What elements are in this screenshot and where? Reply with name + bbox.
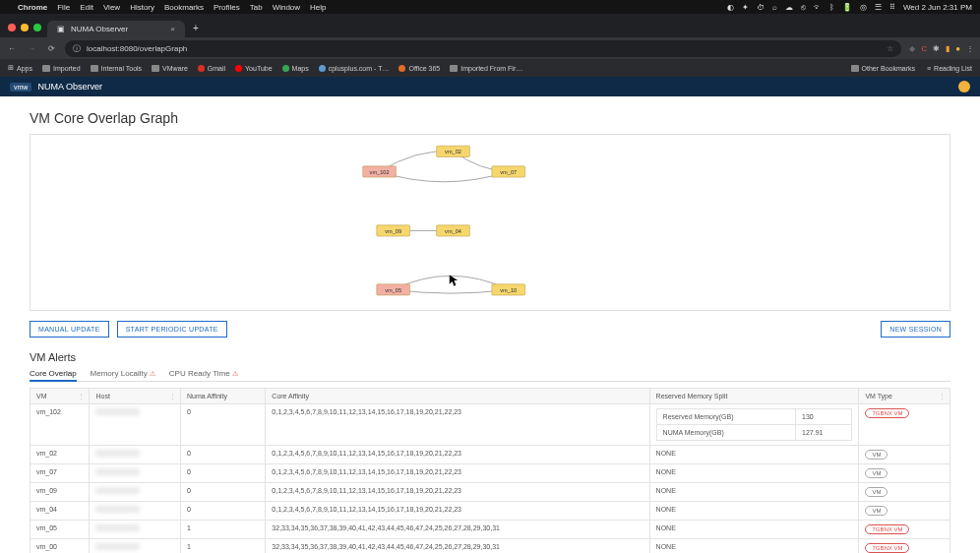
sort-icon[interactable]: ⋮ <box>169 393 176 400</box>
clock[interactable]: Wed 2 Jun 2:31 PM <box>903 3 972 12</box>
sort-icon[interactable]: ⋮ <box>78 393 85 400</box>
mac-menu-item[interactable]: Bookmarks <box>164 3 204 12</box>
manual-update-button[interactable]: MANUAL UPDATE <box>30 321 109 338</box>
graph-edge[interactable] <box>380 171 509 181</box>
extension-icon[interactable]: ◆ <box>909 44 915 53</box>
vm-type-pill[interactable]: 7GBNX VM <box>865 408 909 418</box>
bookmark-item[interactable]: Office 365 <box>398 65 440 72</box>
svg-text:vm_02: vm_02 <box>445 149 461 154</box>
extension-icon[interactable]: ▮ <box>946 44 949 53</box>
column-header[interactable]: VM Type⋮ <box>859 389 950 404</box>
cell-numa-affinity: 0 <box>181 404 266 446</box>
cell-numa-affinity: 0 <box>181 502 266 521</box>
graph-node-vm_09[interactable]: vm_09 <box>377 225 410 236</box>
redacted-host: xxxxxx <box>95 468 140 475</box>
graph-node-vm_102[interactable]: vm_102 <box>363 166 397 177</box>
site-info-icon[interactable]: ⓘ <box>73 43 81 54</box>
mac-menu-item[interactable]: File <box>57 3 70 12</box>
tab-core-overlap[interactable]: Core Overlap <box>30 366 77 381</box>
column-header[interactable]: VM⋮ <box>31 389 90 404</box>
mac-menu-item[interactable]: View <box>103 3 120 12</box>
column-header[interactable]: Numa Affinity <box>181 389 266 404</box>
column-header[interactable]: Reserved Memory Split <box>649 389 859 404</box>
bookmark-item[interactable]: Internal Tools <box>91 65 143 72</box>
start-periodic-update-button[interactable]: START PERIODIC UPDATE <box>117 321 227 338</box>
maximize-window[interactable] <box>33 24 41 31</box>
mem-value: NONE <box>656 487 676 494</box>
forward-button[interactable]: → <box>26 44 37 53</box>
new-tab-button[interactable]: + <box>185 19 207 37</box>
cell-host: xxxxxx <box>90 502 181 521</box>
new-session-button[interactable]: NEW SESSION <box>881 321 950 338</box>
folder-icon <box>851 65 859 72</box>
bookmark-label: Internal Tools <box>101 65 143 72</box>
tab-title: NUMA Observer <box>71 25 128 33</box>
bookmark-item[interactable]: Imported <box>42 65 81 72</box>
folder-icon <box>152 65 159 72</box>
extension-icon[interactable]: C <box>921 44 927 53</box>
folder-icon <box>42 65 50 72</box>
mac-menu-item[interactable]: Help <box>310 3 326 12</box>
vm-type-pill[interactable]: VM <box>865 450 888 460</box>
browser-tab[interactable]: ▣ NUMA Observer × <box>47 21 185 37</box>
bookmark-item[interactable]: Maps <box>282 65 309 72</box>
status-icon: ⎋ <box>801 3 806 12</box>
mac-menu-item[interactable]: Profiles <box>214 3 240 12</box>
vm-type-pill[interactable]: VM <box>865 487 888 497</box>
reload-button[interactable]: ⟳ <box>45 44 57 53</box>
tab-memory-locality[interactable]: Memory Locality⚠ <box>91 366 155 381</box>
vm-type-pill[interactable]: VM <box>865 468 888 478</box>
cell-vm: vm_09 <box>31 483 90 502</box>
bluetooth-icon: ᛒ <box>829 3 834 12</box>
graph-node-vm_02[interactable]: vm_02 <box>437 146 470 156</box>
bookmark-item[interactable]: Other Bookmarks <box>851 65 915 72</box>
graph-panel[interactable]: vm_102 vm_02 vm_07 vm_09 vm_04 vm_05 vm_… <box>30 134 950 311</box>
back-button[interactable]: ← <box>6 44 18 53</box>
address-bar[interactable]: ⓘ ☆ <box>65 40 901 57</box>
control-center-icon[interactable]: ⠿ <box>889 3 895 12</box>
bookmark-item[interactable]: YouTube <box>235 65 273 72</box>
column-header[interactable]: Core Affinity <box>266 389 649 404</box>
wifi-icon[interactable]: ᯤ <box>814 3 822 12</box>
bookmark-item[interactable]: cplusplus.com - T… <box>319 65 390 72</box>
menu-icon[interactable]: ⋮ <box>966 44 974 53</box>
vm-type-pill[interactable]: 7GBNX VM <box>865 543 909 553</box>
bookmark-item[interactable]: ⊞Apps <box>8 64 32 72</box>
mem-val: 130 <box>796 409 852 425</box>
mac-menu-item[interactable]: History <box>130 3 154 12</box>
cursor-icon <box>450 275 458 285</box>
app-title: NUMA Observer <box>37 82 102 92</box>
graph-node-vm_04[interactable]: vm_04 <box>437 225 470 236</box>
extensions-icon[interactable]: ✱ <box>933 44 940 53</box>
graph-node-vm_07[interactable]: vm_07 <box>492 166 525 177</box>
graph-edge[interactable] <box>394 289 509 293</box>
close-tab-icon[interactable]: × <box>170 25 175 33</box>
column-header[interactable]: Host⋮ <box>90 389 181 404</box>
bookmark-item[interactable]: VMware <box>152 65 188 72</box>
minimize-window[interactable] <box>21 24 29 31</box>
tab-cpu-ready-time[interactable]: CPU Ready Time⚠ <box>169 366 238 381</box>
mac-menu-item[interactable]: Edit <box>80 3 93 12</box>
profile-icon[interactable]: ● <box>955 44 960 53</box>
close-window[interactable] <box>8 24 16 31</box>
bookmark-item[interactable]: Gmail <box>198 65 225 72</box>
svg-text:vm_04: vm_04 <box>445 228 461 234</box>
cell-host: xxxxxx <box>90 404 181 446</box>
app-header: vmw NUMA Observer <box>0 77 980 96</box>
graph-node-vm_05[interactable]: vm_05 <box>377 284 410 295</box>
mac-menu-item[interactable]: Chrome <box>18 3 47 12</box>
redacted-host: xxxxxx <box>95 450 140 457</box>
user-avatar[interactable] <box>958 81 970 92</box>
mac-menu-item[interactable]: Window <box>273 3 300 12</box>
graph-node-vm_10[interactable]: vm_10 <box>492 284 525 295</box>
sort-icon[interactable]: ⋮ <box>939 393 946 400</box>
mac-menu-item[interactable]: Tab <box>250 3 263 12</box>
bookmark-item[interactable]: Imported From Fir… <box>450 65 522 72</box>
mem-value: NONE <box>656 524 676 531</box>
bookmark-item[interactable]: ≡Reading List <box>927 65 972 72</box>
star-icon[interactable]: ☆ <box>887 44 893 53</box>
overlap-graph[interactable]: vm_102 vm_02 vm_07 vm_09 vm_04 vm_05 vm_… <box>31 135 949 310</box>
vm-type-pill[interactable]: 7GBNX VM <box>865 524 909 534</box>
url-input[interactable] <box>87 44 881 53</box>
vm-type-pill[interactable]: VM <box>865 506 888 516</box>
